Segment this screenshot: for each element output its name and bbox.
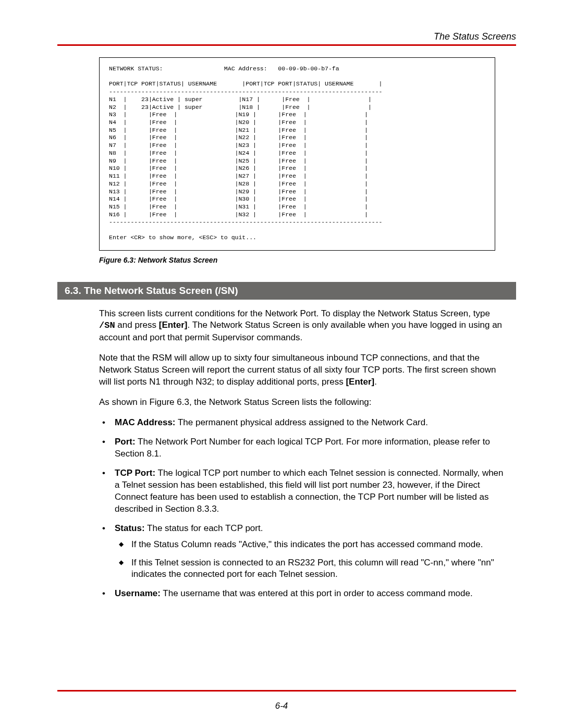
command-sn: /SN: [99, 320, 115, 330]
sub-status-cnn: If this Telnet session is connected to a…: [117, 557, 506, 581]
running-header: The Status Screens: [57, 31, 516, 42]
section-heading: 6.3. The Network Status Screen (/SN): [57, 282, 516, 300]
paragraph-note: Note that the RSM will allow up to sixty…: [99, 352, 506, 388]
sub-status-active: If the Status Column reads "Active," thi…: [117, 539, 506, 551]
header-rule: [57, 44, 516, 46]
bullet-list: MAC Address: The permanent physical addr…: [99, 417, 506, 600]
page: The Status Screens NETWORK STATUS: MAC A…: [0, 0, 563, 728]
bullet-tcp: TCP Port: The logical TCP port number to…: [99, 467, 506, 515]
bullet-username: Username: The username that was entered …: [99, 588, 506, 600]
paragraph-listing: As shown in Figure 6.3, the Network Stat…: [99, 397, 506, 409]
bullet-mac: MAC Address: The permanent physical addr…: [99, 417, 506, 429]
key-enter: [Enter]: [346, 377, 374, 387]
paragraph-intro: This screen lists current conditions for…: [99, 308, 506, 344]
footer-rule: [57, 690, 516, 692]
bullet-port: Port: The Network Port Number for each l…: [99, 436, 506, 460]
key-enter: [Enter]: [159, 320, 188, 330]
terminal-output: NETWORK STATUS: MAC Address: 00-09-9b-00…: [99, 57, 495, 251]
bullet-status: Status: The status for each TCP port. If…: [99, 523, 506, 581]
page-number: 6-4: [0, 701, 563, 711]
figure-caption: Figure 6.3: Network Status Screen: [99, 256, 516, 264]
